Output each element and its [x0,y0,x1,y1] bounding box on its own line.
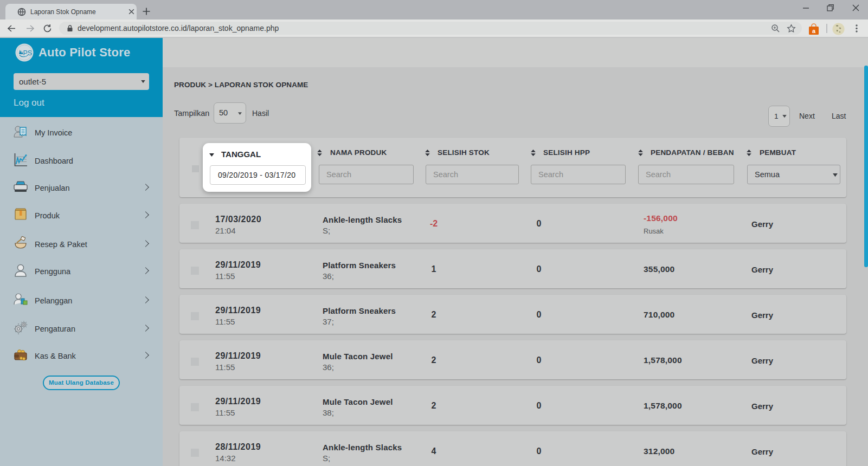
svg-text:a: a [812,28,816,34]
